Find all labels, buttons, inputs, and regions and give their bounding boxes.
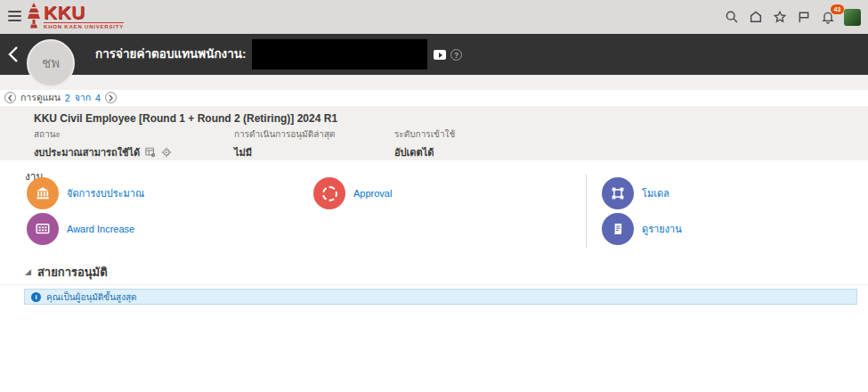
info-icon: i <box>31 292 41 302</box>
plan-pagination: การดูแผน 2 จาก 4 <box>4 90 117 105</box>
notification-badge: 43 <box>831 4 844 14</box>
sub-header-strip <box>0 75 868 90</box>
approval-section-header[interactable]: ◢ สายการอนุมัติ <box>25 263 108 282</box>
plan-avatar: ชพ <box>27 39 75 87</box>
star-icon[interactable] <box>772 9 788 25</box>
bell-icon[interactable]: 43 <box>820 9 836 25</box>
status-field: สถานะ งบประมาณสามารถใช้ได้ <box>34 127 172 160</box>
pagination-label: การดูแผน <box>20 90 61 105</box>
pagination-total: 4 <box>95 93 101 103</box>
search-icon[interactable] <box>724 9 740 25</box>
flag-icon[interactable] <box>796 9 812 25</box>
disclosure-triangle-icon: ◢ <box>25 267 31 276</box>
home-icon[interactable] <box>748 9 764 25</box>
last-approval-field: การดำเนินการอนุมัติล่าสุด ไม่มี <box>234 127 336 160</box>
redacted-title-value <box>252 39 427 69</box>
access-level-field: ระดับการเข้าใช้ อัปเดตได้ <box>394 127 455 160</box>
approval-cycle-icon <box>313 177 345 209</box>
gear-icon[interactable] <box>161 147 172 158</box>
task-model[interactable]: โมเดล <box>602 177 669 209</box>
plan-info-panel: KKU Civil Employee [Round 1 + Round 2 (R… <box>0 106 868 160</box>
approval-section-title: สายการอนุมัติ <box>37 263 108 282</box>
video-icon[interactable] <box>434 50 446 60</box>
top-bar-actions: 43 <box>724 0 861 34</box>
task-view-reports[interactable]: ดูรายงาน <box>602 213 682 245</box>
user-avatar[interactable] <box>844 9 861 26</box>
pagination-current: 2 <box>65 93 70 103</box>
model-frame-icon <box>602 177 634 209</box>
plan-name: KKU Civil Employee [Round 1 + Round 2 (R… <box>34 112 337 125</box>
top-bar: KKU KHON KAEN UNIVERSITY 43 <box>0 0 868 34</box>
worksheet-icon[interactable] <box>145 147 156 158</box>
previous-plan-button[interactable] <box>4 92 16 103</box>
section-divider <box>0 284 868 285</box>
pagoda-icon <box>27 3 41 33</box>
page-banner: การจ่ายค่าตอบแทนพนักงาน: ? ชพ <box>0 34 868 75</box>
approver-info-bar: i คุณเป็นผู้อนุมัติขั้นสูงสุด <box>24 289 857 305</box>
pagination-of-word: จาก <box>75 90 91 105</box>
approver-info-message: คุณเป็นผู้อนุมัติขั้นสูงสุด <box>46 290 137 304</box>
brand-text: KKU <box>44 3 124 21</box>
next-plan-button[interactable] <box>105 92 117 103</box>
brand-subtitle: KHON KAEN UNIVERSITY <box>44 22 124 29</box>
tasks-divider <box>586 175 587 248</box>
task-award-increase[interactable]: Award Increase <box>27 213 134 245</box>
page-title: การจ่ายค่าตอบแทนพนักงาน: <box>95 34 247 75</box>
back-icon[interactable] <box>7 45 23 63</box>
hamburger-menu-icon[interactable] <box>8 11 21 21</box>
kku-logo: KKU KHON KAEN UNIVERSITY <box>27 3 124 33</box>
bank-icon <box>27 177 59 209</box>
award-grid-icon <box>27 213 59 245</box>
task-manage-budgets[interactable]: จัดการงบประมาณ <box>27 177 144 209</box>
report-icon <box>602 213 634 245</box>
app-screen: KKU KHON KAEN UNIVERSITY 43 <box>0 0 868 392</box>
task-approval[interactable]: Approval <box>313 177 392 209</box>
help-icon[interactable]: ? <box>450 49 462 61</box>
